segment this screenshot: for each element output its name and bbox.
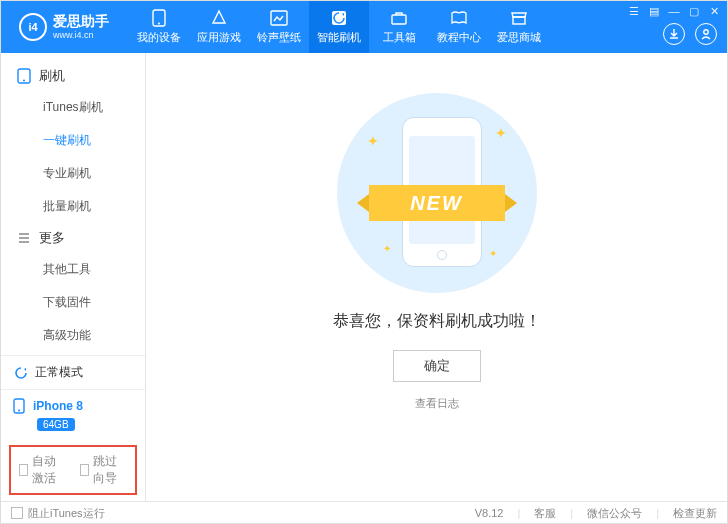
user-icon[interactable] [695, 23, 717, 45]
window-controls: ☰ ▤ — ▢ ✕ [627, 4, 721, 18]
device-name: iPhone 8 [33, 399, 83, 413]
svg-rect-4 [392, 15, 406, 24]
app-name: 爱思助手 [53, 14, 109, 29]
nav-toolbox[interactable]: 工具箱 [369, 1, 429, 53]
svg-point-10 [18, 410, 20, 412]
apps-icon [209, 9, 229, 27]
new-ribbon: NEW [349, 181, 525, 225]
svg-rect-5 [513, 17, 525, 24]
svg-point-1 [158, 23, 160, 25]
bottom-options-highlight: 自动激活 跳过向导 [9, 445, 137, 495]
view-log-link[interactable]: 查看日志 [415, 396, 459, 411]
sidebar-item-itunes-flash[interactable]: iTunes刷机 [1, 91, 145, 124]
nav-apps-games[interactable]: 应用游戏 [189, 1, 249, 53]
checkbox-icon [19, 464, 28, 476]
nav-ringtone-wallpaper[interactable]: 铃声壁纸 [249, 1, 309, 53]
group-title: 刷机 [39, 67, 65, 85]
header-actions [663, 23, 717, 45]
auto-activate-checkbox[interactable]: 自动激活 [19, 453, 66, 487]
checkbox-label: 跳过向导 [93, 453, 127, 487]
logo-icon: i4 [19, 13, 47, 41]
nav-label: 智能刷机 [317, 30, 361, 45]
nav-label: 应用游戏 [197, 30, 241, 45]
block-itunes-checkbox[interactable]: 阻止iTunes运行 [11, 506, 105, 521]
minimize-button[interactable]: — [667, 4, 681, 18]
options-icon[interactable]: ▤ [647, 4, 661, 18]
phone-icon [17, 68, 31, 84]
success-illustration: ✦ ✦ ✦ ✦ NEW [337, 93, 537, 293]
checkbox-label: 阻止iTunes运行 [28, 506, 105, 521]
sparkle-icon: ✦ [367, 133, 379, 149]
top-nav: 我的设备 应用游戏 铃声壁纸 智能刷机 工具箱 教程中心 爱思商城 [129, 1, 549, 53]
check-update-link[interactable]: 检查更新 [673, 506, 717, 521]
sparkle-icon: ✦ [489, 248, 497, 259]
store-icon [509, 9, 529, 27]
sidebar-item-advanced[interactable]: 高级功能 [1, 319, 145, 352]
maximize-button[interactable]: ▢ [687, 4, 701, 18]
close-button[interactable]: ✕ [707, 4, 721, 18]
download-icon[interactable] [663, 23, 685, 45]
flash-icon [329, 9, 349, 27]
sidebar: 刷机 iTunes刷机 一键刷机 专业刷机 批量刷机 更多 其他工具 下载固件 … [1, 53, 146, 501]
sidebar-item-oneclick-flash[interactable]: 一键刷机 [1, 124, 145, 157]
sidebar-item-download-firmware[interactable]: 下载固件 [1, 286, 145, 319]
nav-label: 工具箱 [383, 30, 416, 45]
sidebar-item-pro-flash[interactable]: 专业刷机 [1, 157, 145, 190]
wechat-link[interactable]: 微信公众号 [587, 506, 642, 521]
menu-icon [17, 231, 31, 245]
refresh-icon [13, 365, 29, 381]
app-logo: i4 爱思助手 www.i4.cn [9, 13, 119, 41]
nav-my-device[interactable]: 我的设备 [129, 1, 189, 53]
app-site: www.i4.cn [53, 30, 109, 40]
nav-label: 我的设备 [137, 30, 181, 45]
support-link[interactable]: 客服 [534, 506, 556, 521]
skip-guide-checkbox[interactable]: 跳过向导 [80, 453, 127, 487]
settings-icon[interactable]: ☰ [627, 4, 641, 18]
status-bar: 阻止iTunes运行 V8.12 | 客服 | 微信公众号 | 检查更新 [1, 501, 727, 524]
wallpaper-icon [269, 9, 289, 27]
confirm-button[interactable]: 确定 [393, 350, 481, 382]
svg-point-8 [23, 80, 25, 82]
group-title: 更多 [39, 229, 65, 247]
device-block[interactable]: iPhone 8 64GB [1, 389, 145, 439]
status-label: 正常模式 [35, 364, 83, 381]
mode-status[interactable]: 正常模式 [1, 355, 145, 389]
nav-store[interactable]: 爱思商城 [489, 1, 549, 53]
success-message: 恭喜您，保资料刷机成功啦！ [333, 311, 541, 332]
version-label: V8.12 [475, 507, 504, 519]
checkbox-label: 自动激活 [32, 453, 66, 487]
checkbox-icon [80, 464, 89, 476]
sidebar-item-other-tools[interactable]: 其他工具 [1, 253, 145, 286]
nav-tutorials[interactable]: 教程中心 [429, 1, 489, 53]
nav-label: 教程中心 [437, 30, 481, 45]
svg-rect-2 [271, 11, 287, 25]
app-header: i4 爱思助手 www.i4.cn 我的设备 应用游戏 铃声壁纸 智能刷机 工具… [1, 1, 727, 53]
phone-icon [149, 9, 169, 27]
sparkle-icon: ✦ [495, 125, 507, 141]
sidebar-group-flash[interactable]: 刷机 [1, 61, 145, 91]
storage-badge: 64GB [37, 418, 75, 431]
phone-icon [13, 398, 25, 414]
nav-label: 铃声壁纸 [257, 30, 301, 45]
sparkle-icon: ✦ [383, 243, 391, 254]
main-content: ✦ ✦ ✦ ✦ NEW 恭喜您，保资料刷机成功啦！ 确定 查看日志 [146, 53, 727, 501]
sidebar-group-more[interactable]: 更多 [1, 223, 145, 253]
nav-label: 爱思商城 [497, 30, 541, 45]
ribbon-text: NEW [369, 185, 505, 221]
sidebar-item-batch-flash[interactable]: 批量刷机 [1, 190, 145, 223]
svg-point-6 [704, 30, 708, 34]
book-icon [449, 9, 469, 27]
checkbox-icon [11, 507, 23, 519]
nav-smart-flash[interactable]: 智能刷机 [309, 1, 369, 53]
toolbox-icon [389, 9, 409, 27]
